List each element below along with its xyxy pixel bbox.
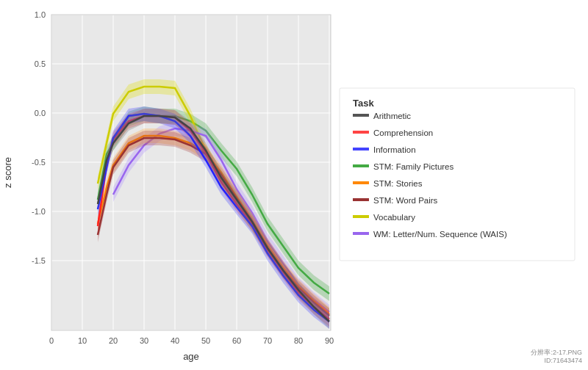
legend-stm-stories-swatch — [353, 181, 369, 184]
legend-comprehension-swatch — [353, 131, 369, 134]
legend-stm-wordpairs-label: STM: Word Pairs — [373, 196, 438, 205]
x-tick-90: 90 — [325, 336, 334, 345]
y-tick-minus1.0: -1.0 — [32, 207, 46, 216]
legend-wm-swatch — [353, 232, 369, 235]
y-axis-label: z score — [2, 157, 13, 188]
y-tick-1.0: 1.0 — [35, 10, 46, 19]
y-tick-minus0.5: -0.5 — [32, 158, 46, 167]
legend-comprehension-label: Comprehension — [373, 128, 433, 137]
x-tick-50: 50 — [201, 336, 210, 345]
legend-stm-family-swatch — [353, 164, 369, 167]
legend-title: Task — [353, 98, 374, 109]
x-tick-20: 20 — [109, 336, 118, 345]
y-tick-0.5: 0.5 — [35, 59, 46, 68]
legend-wm-label: WM: Letter/Num. Sequence (WAIS) — [373, 230, 507, 239]
legend-arithmetic-label: Arithmetic — [373, 112, 411, 120]
x-tick-30: 30 — [140, 336, 148, 345]
legend-vocabulary-label: Vocabulary — [373, 213, 415, 222]
x-axis-label: age — [183, 351, 199, 362]
x-tick-10: 10 — [78, 336, 87, 345]
legend-stm-wordpairs-swatch — [353, 198, 369, 201]
legend-vocabulary-swatch — [353, 215, 369, 218]
legend-information-swatch — [353, 148, 369, 150]
x-tick-70: 70 — [263, 336, 272, 345]
watermark: 分辨率:2-17.PNG ID:71643474 — [531, 349, 582, 366]
x-tick-80: 80 — [294, 336, 303, 345]
chart-svg: 1.0 0.5 0.0 -0.5 -1.0 -1.5 z score 0 10 … — [0, 0, 588, 370]
x-tick-40: 40 — [171, 336, 179, 345]
y-tick-0.0: 0.0 — [35, 109, 46, 117]
y-tick-minus1.5: -1.5 — [32, 256, 46, 265]
legend-arithmetic-swatch — [353, 114, 369, 117]
legend-stm-stories-label: STM: Stories — [373, 179, 423, 188]
legend-information-label: Information — [373, 145, 416, 154]
chart-container: 1.0 0.5 0.0 -0.5 -1.0 -1.5 z score 0 10 … — [0, 0, 588, 370]
x-tick-0: 0 — [49, 336, 54, 345]
legend-stm-family-label: STM: Family Pictures — [373, 162, 454, 171]
x-tick-60: 60 — [232, 336, 241, 345]
